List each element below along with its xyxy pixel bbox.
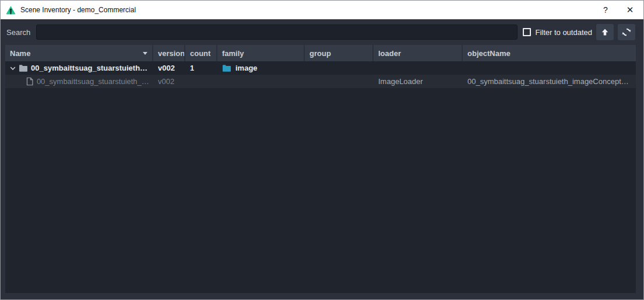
- objectname-cell: [463, 61, 636, 75]
- help-button[interactable]: ?: [593, 1, 618, 19]
- window-title: Scene Inventory - demo_Commercial: [20, 6, 593, 14]
- filter-to-outdated-checkbox[interactable]: [523, 28, 531, 36]
- column-header-label: objectName: [467, 49, 511, 58]
- family-cell: [217, 75, 305, 88]
- group-cell: [305, 61, 374, 75]
- close-button[interactable]: ✕: [618, 1, 642, 19]
- column-header-label: group: [309, 49, 331, 58]
- count-cell: 1: [185, 61, 217, 75]
- family-cell: image: [217, 61, 305, 75]
- toolbar: Search Filter to outdated: [1, 19, 643, 45]
- subset-name: 00_symbaittsuag_stuarstuieth…: [31, 64, 147, 72]
- avalon-triangle-icon: [6, 5, 16, 15]
- column-header-label: count: [190, 49, 210, 58]
- count-value: 1: [190, 64, 194, 72]
- representation-name: 00_symbaittsuag_stuarstuieth_i…: [37, 77, 150, 86]
- version-cell: v002: [153, 61, 185, 75]
- loader-cell: ImageLoader: [374, 75, 463, 88]
- folder-icon: [19, 64, 28, 72]
- search-label: Search: [6, 28, 30, 37]
- column-header-objectname[interactable]: objectName: [463, 45, 636, 61]
- name-cell: 00_symbaittsuag_stuarstuieth_i…: [5, 75, 153, 88]
- version-value: v002: [158, 64, 175, 72]
- expand-chevron-icon[interactable]: [8, 65, 17, 72]
- group-cell: [305, 75, 374, 88]
- column-header-family[interactable]: family: [217, 45, 305, 61]
- column-header-label: Name: [10, 49, 30, 58]
- update-to-latest-button[interactable]: [596, 24, 614, 40]
- folder-icon-teal: [222, 64, 231, 72]
- inventory-table: Name version count family group loader o…: [5, 45, 636, 293]
- version-cell: v002: [153, 75, 185, 88]
- count-cell: [185, 75, 217, 88]
- name-cell: 00_symbaittsuag_stuarstuieth…: [5, 61, 153, 75]
- filter-to-outdated-label: Filter to outdated: [535, 28, 592, 37]
- table-row-group[interactable]: 00_symbaittsuag_stuarstuieth… v002 1 ima…: [5, 61, 636, 75]
- column-header-count[interactable]: count: [185, 45, 217, 61]
- column-header-name[interactable]: Name: [5, 45, 153, 61]
- refresh-button[interactable]: [618, 24, 635, 40]
- objectname-cell: 00_symbaittsuag_stuarstuieth_imageConcep…: [463, 75, 636, 88]
- loader-cell: [374, 61, 463, 75]
- arrow-up-icon: [600, 27, 610, 37]
- version-value: v002: [158, 77, 174, 86]
- column-header-version[interactable]: version: [153, 45, 185, 61]
- column-header-group[interactable]: group: [305, 45, 374, 61]
- table-empty-area: [5, 88, 636, 293]
- family-value: image: [235, 64, 258, 72]
- objectname-value: 00_symbaittsuag_stuarstuieth_imageConcep…: [467, 77, 632, 86]
- column-header-label: loader: [378, 49, 401, 58]
- filter-to-outdated-group: Filter to outdated: [523, 28, 592, 37]
- sort-descending-icon: [143, 52, 147, 55]
- loader-value: ImageLoader: [378, 77, 423, 86]
- file-icon: [26, 77, 34, 86]
- search-input[interactable]: [36, 25, 518, 40]
- scene-inventory-window: Scene Inventory - demo_Commercial ? ✕ Se…: [0, 0, 644, 300]
- column-header-label: family: [222, 49, 244, 58]
- column-header-label: version: [158, 49, 185, 58]
- refresh-icon: [622, 27, 631, 37]
- table-header-row: Name version count family group loader o…: [5, 45, 636, 61]
- table-row-item[interactable]: 00_symbaittsuag_stuarstuieth_i… v002 Ima…: [5, 75, 636, 88]
- column-header-loader[interactable]: loader: [374, 45, 463, 61]
- title-bar: Scene Inventory - demo_Commercial ? ✕: [1, 1, 643, 19]
